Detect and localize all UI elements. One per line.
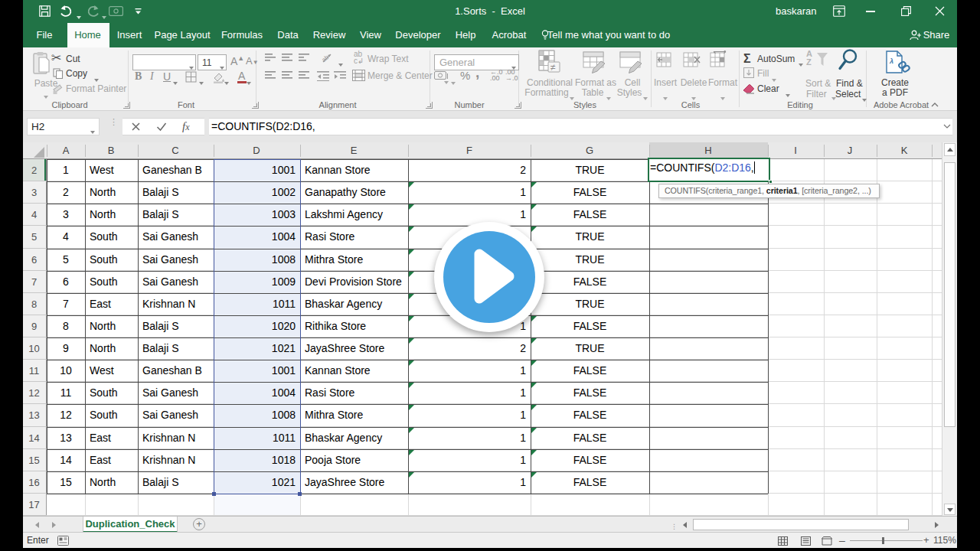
svg-text:≠: ≠ bbox=[550, 62, 556, 73]
svg-text:λ: λ bbox=[889, 57, 893, 65]
